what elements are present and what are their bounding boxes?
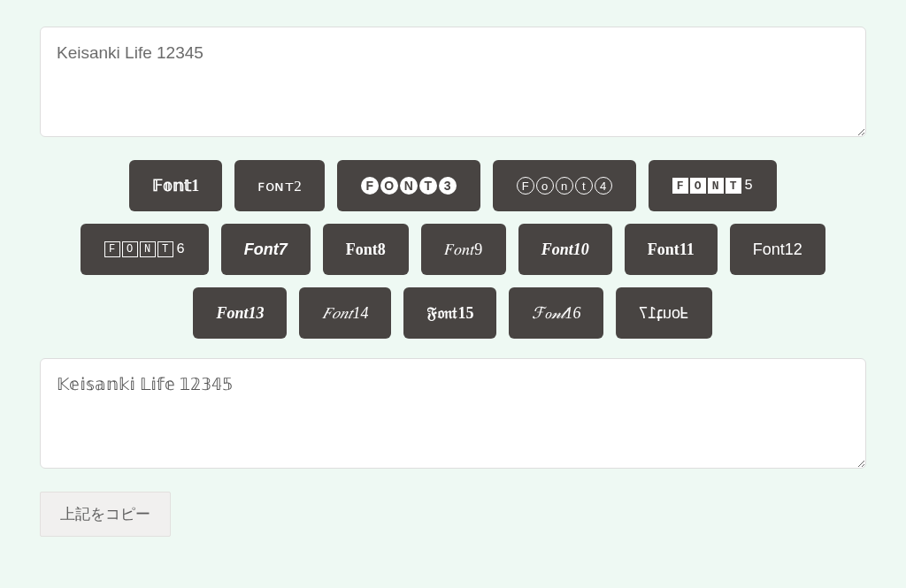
font-button-12[interactable]: Font12 [730, 224, 825, 275]
font-button-2[interactable]: ꜰᴏɴᴛ2 [234, 160, 325, 211]
font-button-9[interactable]: 𝐹𝑜𝑛𝑡9 [421, 224, 506, 275]
font-button-10[interactable]: Font10 [518, 224, 612, 275]
copy-button[interactable]: 上記をコピー [40, 492, 171, 537]
font-button-8[interactable]: Font8 [323, 224, 409, 275]
font-converter-panel: 𝔽𝕠𝕟𝕥1ꜰᴏɴᴛ2FONT3Font4FONT5FONT6Font7Font8… [40, 27, 866, 537]
font-button-14[interactable]: 𝐹𝑜𝑛𝑡14 [299, 287, 391, 339]
font-button-6[interactable]: FONT6 [81, 224, 209, 275]
font-button-3[interactable]: FONT3 [337, 160, 480, 211]
font-button-grid: 𝔽𝕠𝕟𝕥1ꜰᴏɴᴛ2FONT3Font4FONT5FONT6Font7Font8… [40, 160, 866, 339]
font-button-16[interactable]: ℱℴ𝓃𝓉16 [509, 287, 603, 339]
font-button-5[interactable]: FONT5 [649, 160, 777, 211]
output-textarea[interactable] [40, 358, 866, 469]
font-button-11[interactable]: Font11 [625, 224, 718, 275]
font-button-13[interactable]: Font13 [193, 287, 287, 339]
font-button-4[interactable]: Font4 [493, 160, 636, 211]
font-button-15[interactable]: 𝔉𝔬𝔫𝔱15 [403, 287, 496, 339]
font-button-17[interactable]: Ⅎouʇ17 [616, 287, 712, 339]
font-button-1[interactable]: 𝔽𝕠𝕟𝕥1 [129, 160, 222, 211]
input-textarea[interactable] [40, 27, 866, 137]
font-button-7[interactable]: Font7 [221, 224, 311, 275]
